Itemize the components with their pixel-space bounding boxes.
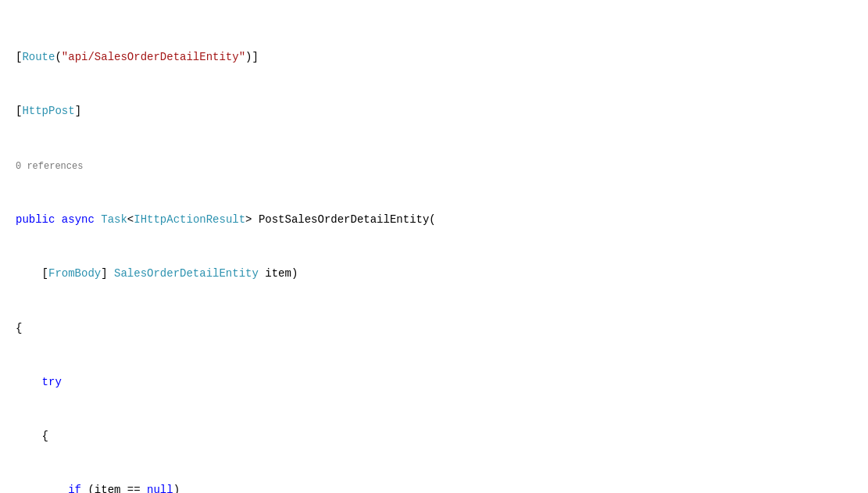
- line-param: [FromBody] SalesOrderDetailEntity item): [16, 265, 852, 283]
- line-route-attr: [Route("api/SalesOrderDetailEntity")]: [16, 48, 852, 66]
- line-method-signature: public async Task<IHttpActionResult> Pos…: [16, 211, 852, 229]
- code-editor: [Route("api/SalesOrderDetailEntity")] [H…: [16, 13, 852, 493]
- line-httppost-attr: [HttpPost]: [16, 102, 852, 120]
- line-references: 0 references: [16, 157, 852, 175]
- line-if: if (item == null): [16, 481, 852, 493]
- line-open-brace-2: {: [16, 427, 852, 445]
- line-try: try: [16, 373, 852, 391]
- line-open-brace-1: {: [16, 320, 852, 338]
